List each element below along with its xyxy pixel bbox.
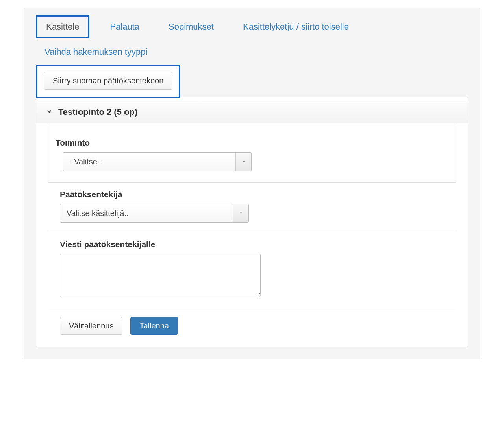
decider-select-value: Valitse käsittelijä.. [60, 204, 233, 222]
change-application-type-link[interactable]: Vaihda hakemuksen tyyppi [44, 47, 147, 57]
decider-section: Päätöksentekijä Valitse käsittelijä.. [48, 183, 456, 232]
decider-select[interactable]: Valitse käsittelijä.. [60, 204, 249, 223]
tab-processing-chain[interactable]: Käsittelyketju / siirto toiselle [234, 17, 358, 37]
main-panel: Käsittele Palauta Sopimukset Käsittelyke… [24, 8, 480, 359]
message-section: Viesti päätöksentekijälle [48, 232, 456, 309]
action-select-value: - Valitse - [63, 153, 235, 171]
save-button[interactable]: Tallenna [130, 317, 178, 335]
tab-bar: Käsittele Palauta Sopimukset Käsittelyke… [24, 8, 480, 38]
accordion-title: Testiopinto 2 (5 op) [58, 107, 137, 117]
message-label: Viesti päätöksentekijälle [60, 240, 444, 249]
go-direct-decision-button[interactable]: Siirry suoraan päätöksentekoon [44, 72, 172, 90]
content-frame: Siirry suoraan päätöksentekoon Testiopin… [36, 65, 468, 347]
accordion-header-testiopinto[interactable]: Testiopinto 2 (5 op) [36, 101, 468, 123]
caret-down-icon [233, 204, 248, 222]
save-draft-button[interactable]: Välitallennus [60, 317, 122, 335]
content-body: Testiopinto 2 (5 op) Toiminto - Valitse … [36, 97, 468, 347]
decider-label: Päätöksentekijä [60, 190, 444, 199]
message-textarea[interactable] [60, 254, 261, 297]
action-label: Toiminto [56, 138, 448, 148]
tab-contracts[interactable]: Sopimukset [160, 17, 222, 37]
tab-return[interactable]: Palauta [101, 17, 148, 37]
caret-down-icon [235, 153, 251, 171]
button-row: Välitallennus Tallenna [48, 309, 456, 335]
action-select[interactable]: - Valitse - [63, 152, 252, 171]
go-direct-highlight: Siirry suoraan päätöksentekoon [36, 65, 180, 98]
chevron-down-icon [46, 107, 53, 117]
tab-process[interactable]: Käsittele [36, 15, 89, 38]
accordion-body: Toiminto - Valitse - [48, 123, 456, 183]
